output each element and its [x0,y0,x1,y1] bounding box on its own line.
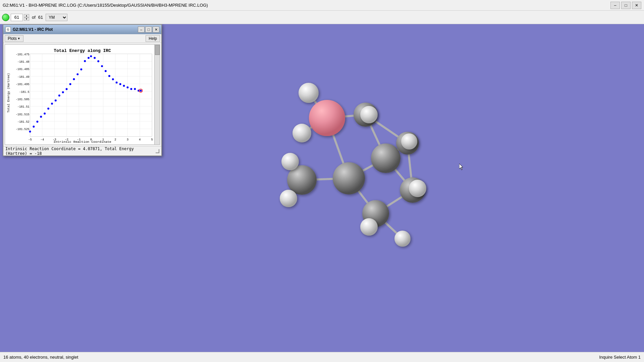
svg-text:-181.485: -181.485 [16,68,30,71]
svg-point-104 [73,78,75,80]
irc-menubar: Plots ▼ Help [3,34,161,43]
svg-point-34 [299,83,319,103]
svg-point-38 [360,106,378,123]
svg-text:4: 4 [139,138,141,141]
title-bar: G2:M61:V1 - BH3-MPRENE IRC.LOG (C:/Users… [0,0,644,11]
svg-text:Total Energy (Hartree): Total Energy (Hartree) [7,73,10,113]
svg-point-39 [409,180,426,197]
svg-text:-181.51: -181.51 [17,105,29,109]
irc-title-left: G G2:M61:V1 - IRC Plot [5,27,53,32]
svg-point-95 [40,116,42,118]
svg-point-118 [123,85,125,87]
irc-plot-window: G G2:M61:V1 - IRC Plot – □ ✕ Plots ▼ Hel… [3,24,162,156]
svg-point-121 [134,88,136,90]
svg-text:-181.515: -181.515 [16,113,30,116]
svg-point-113 [105,70,107,72]
svg-point-101 [62,91,64,93]
svg-text:0: 0 [90,138,92,141]
svg-text:5: 5 [151,138,153,141]
status-left: 16 atoms, 40 electrons, neutral, singlet [3,355,78,360]
svg-text:-2: -2 [65,138,68,141]
svg-point-114 [108,75,110,77]
svg-point-109 [90,55,92,57]
mode-dropdown[interactable]: YM IRC OPT [46,14,67,21]
svg-point-27 [371,143,400,173]
irc-scrollbar-vertical[interactable] [154,45,160,145]
step-spinners: ▲ ▼ [24,14,29,21]
svg-point-111 [97,60,99,62]
svg-point-99 [55,100,57,102]
irc-window-icon: G [5,27,11,32]
total-steps: 61 [38,15,43,20]
svg-point-100 [58,95,60,97]
svg-point-96 [44,113,46,115]
svg-point-94 [36,121,38,123]
svg-point-33 [309,100,345,136]
svg-point-41 [360,218,378,236]
svg-point-115 [112,78,114,80]
irc-window-title: G2:M61:V1 - IRC Plot [13,27,53,32]
svg-text:-181.5: -181.5 [19,90,29,94]
svg-text:-5: -5 [28,138,32,141]
status-bar: 16 atoms, 40 electrons, neutral, singlet… [0,352,644,362]
irc-status-bar: Intrinsic Reaction Coordinate = 4.07871,… [3,146,161,156]
svg-point-35 [292,124,311,142]
svg-point-110 [94,57,96,59]
toolbar: ▲ ▼ of 61 YM IRC OPT [0,11,644,24]
svg-point-37 [280,190,297,207]
status-indicator [2,14,9,21]
svg-text:-181.505: -181.505 [16,98,30,101]
irc-resize-handle[interactable] [156,149,159,153]
irc-minimize-button[interactable]: – [138,26,145,33]
irc-scroll-thumb[interactable] [155,45,160,55]
svg-text:-181.49: -181.49 [17,75,29,79]
svg-text:-1: -1 [77,138,81,141]
svg-text:1: 1 [102,138,104,141]
carbon-atoms [287,103,425,227]
svg-text:-181.525: -181.525 [16,128,30,131]
irc-status-text: Intrinsic Reaction Coordinate = 4.07871,… [5,146,156,156]
step-down-button[interactable]: ▼ [24,17,29,21]
svg-point-92 [29,130,31,132]
svg-point-36 [281,153,299,170]
svg-point-117 [119,83,121,85]
svg-text:Total Energy along IRC: Total Energy along IRC [54,48,111,53]
svg-point-93 [33,126,35,128]
maximize-button[interactable]: □ [621,2,631,9]
of-label: of [32,15,36,20]
svg-point-108 [88,57,90,59]
svg-text:-181.475: -181.475 [16,53,30,56]
svg-text:-3: -3 [53,138,56,141]
svg-point-105 [76,73,78,75]
svg-point-119 [126,86,128,88]
svg-point-107 [84,60,86,62]
irc-close-button[interactable]: ✕ [153,26,159,33]
step-input[interactable] [11,14,23,21]
svg-point-112 [101,65,103,67]
boron-atom [309,100,345,136]
svg-point-103 [69,83,71,85]
step-up-button[interactable]: ▲ [24,14,29,17]
close-button[interactable]: ✕ [632,2,641,9]
svg-text:-181.52: -181.52 [17,120,29,124]
svg-point-98 [51,103,53,105]
step-indicator: ▲ ▼ of 61 YM IRC OPT [2,14,67,21]
svg-point-97 [47,108,49,110]
svg-point-106 [80,68,82,70]
irc-title-buttons: – □ ✕ [138,26,159,33]
svg-text:3: 3 [127,138,128,141]
svg-point-26 [333,162,365,194]
window-title: G2:M61:V1 - BH3-MPRENE IRC.LOG (C:/Users… [3,3,208,8]
irc-plot-area: Total Energy along IRC Total Energy (Har… [5,44,160,145]
svg-text:-181.495: -181.495 [16,83,30,86]
svg-point-116 [116,81,118,83]
plots-menu-button[interactable]: Plots ▼ [5,35,23,42]
irc-maximize-button[interactable]: □ [145,26,152,33]
status-right: Inquire Select Atom 1 [599,355,641,360]
svg-text:-181.48: -181.48 [17,60,29,64]
minimize-button[interactable]: – [610,2,620,9]
help-menu-button[interactable]: Help [146,35,160,42]
svg-point-120 [130,88,132,90]
irc-plot-svg: Total Energy along IRC Total Energy (Har… [5,45,160,144]
svg-point-42 [394,231,411,247]
